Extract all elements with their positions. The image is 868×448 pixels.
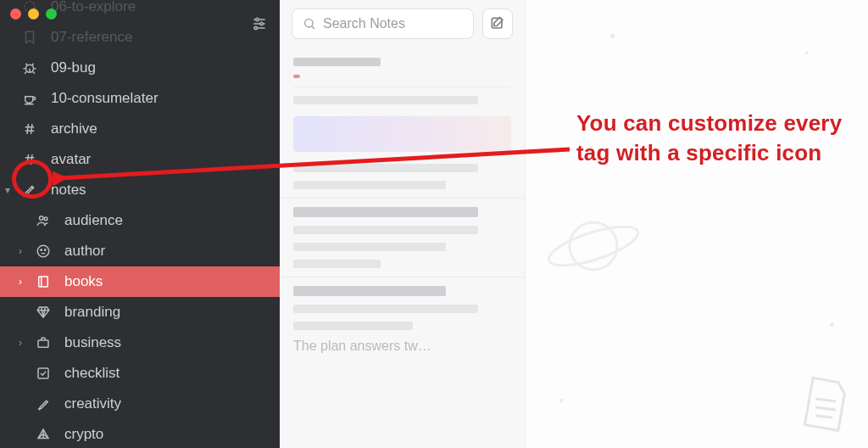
pen-icon: [20, 181, 39, 199]
svg-point-21: [41, 249, 42, 251]
notes-column: Search Notes The plan answers: [280, 0, 526, 448]
sidebar-item-label: 09-bug: [51, 59, 96, 76]
note-preview[interactable]: [293, 58, 511, 189]
sidebar-item-09-bug[interactable]: 09-bug: [0, 53, 280, 83]
chevron-down-icon: ▾: [5, 184, 15, 196]
svg-point-31: [545, 219, 643, 273]
sidebar-item-checklist[interactable]: checklist: [0, 358, 280, 389]
chevron-right-icon: ›: [19, 276, 29, 288]
sidebar-item-label: audience: [64, 212, 123, 229]
planet-icon: [542, 208, 644, 284]
note-preview[interactable]: [293, 207, 511, 268]
face-icon: [34, 242, 53, 260]
sidebar-item-books[interactable]: › books: [0, 266, 280, 297]
svg-line-16: [27, 154, 29, 165]
document-icon: [797, 373, 851, 434]
note-preview[interactable]: [293, 286, 511, 330]
sidebar-item-business[interactable]: › business: [0, 328, 280, 358]
sidebar-item-07-reference[interactable]: 07-reference: [0, 22, 280, 53]
compose-icon: [489, 15, 506, 32]
sidebar-item-label: creativity: [64, 395, 121, 412]
svg-point-30: [570, 222, 617, 270]
sidebar-item-audience[interactable]: audience: [0, 205, 280, 236]
svg-rect-26: [38, 368, 48, 378]
sidebar: 06-to-explore 07-reference 09-bug 10-con…: [0, 0, 280, 448]
sidebar-item-notes[interactable]: ▾ notes: [0, 175, 280, 205]
sidebar-item-label: 10-consumelater: [51, 90, 159, 107]
svg-line-17: [31, 154, 33, 165]
chevron-right-icon: ›: [19, 337, 29, 349]
sidebar-item-label: crypto: [64, 426, 103, 443]
diamond-icon: [34, 303, 53, 322]
triangle-icon: [34, 425, 53, 444]
svg-line-32: [815, 399, 836, 401]
svg-point-19: [44, 217, 47, 221]
svg-point-18: [40, 216, 44, 221]
svg-line-33: [815, 407, 836, 410]
close-icon[interactable]: [10, 8, 21, 20]
sidebar-item-label: branding: [64, 304, 120, 321]
brush-icon: [34, 395, 53, 413]
compose-button[interactable]: [482, 8, 513, 39]
bookmark-icon: [20, 28, 39, 47]
note-title-truncated: The plan answers tw…: [280, 339, 525, 359]
svg-line-34: [815, 416, 832, 417]
zoom-icon[interactable]: [46, 8, 57, 20]
sidebar-item-label: 07-reference: [51, 29, 132, 46]
sidebar-item-crypto[interactable]: crypto: [0, 419, 280, 448]
chevron-right-icon: ›: [19, 245, 29, 257]
briefcase-icon: [34, 333, 53, 352]
sidebar-item-label: 06-to-explore: [51, 0, 136, 15]
minimize-icon[interactable]: [28, 8, 39, 20]
sidebar-item-label: checklist: [64, 365, 120, 382]
notes-list[interactable]: The plan answers tw…: [280, 58, 525, 359]
cup-icon: [20, 89, 39, 108]
sidebar-item-label: books: [64, 273, 103, 290]
notes-header: Search Notes: [280, 0, 525, 49]
sidebar-item-10-consumelater[interactable]: 10-consumelater: [0, 83, 280, 114]
sidebar-item-label: notes: [51, 182, 86, 199]
sidebar-item-label: archive: [51, 120, 97, 137]
sidebar-item-branding[interactable]: branding: [0, 297, 280, 328]
bug-icon: [20, 59, 39, 77]
svg-rect-23: [39, 277, 48, 287]
svg-line-28: [312, 26, 314, 29]
sidebar-item-archive[interactable]: archive: [0, 114, 280, 144]
search-icon: [303, 17, 316, 31]
svg-line-12: [27, 124, 29, 134]
book-icon: [34, 272, 53, 291]
hash-icon: [20, 120, 39, 138]
svg-line-13: [31, 124, 33, 134]
search-input[interactable]: Search Notes: [292, 8, 474, 39]
sidebar-item-label: business: [64, 334, 121, 351]
annotation-text: You can customize every tag with a speci…: [576, 109, 848, 168]
sidebar-item-author[interactable]: › author: [0, 236, 280, 266]
svg-point-27: [305, 20, 313, 27]
check-square-icon: [34, 364, 53, 383]
svg-rect-25: [38, 340, 48, 347]
sidebar-item-creativity[interactable]: creativity: [0, 389, 280, 419]
svg-point-22: [45, 249, 47, 251]
tag-list: 06-to-explore 07-reference 09-bug 10-con…: [0, 0, 280, 448]
sidebar-item-label: avatar: [51, 151, 91, 168]
hash-icon: [20, 150, 39, 169]
sidebar-item-avatar[interactable]: avatar: [0, 144, 280, 175]
svg-point-20: [37, 245, 49, 257]
search-placeholder: Search Notes: [323, 16, 405, 31]
sidebar-item-label: author: [64, 243, 105, 260]
people-icon: [34, 211, 53, 230]
window-traffic-lights: [10, 8, 57, 20]
